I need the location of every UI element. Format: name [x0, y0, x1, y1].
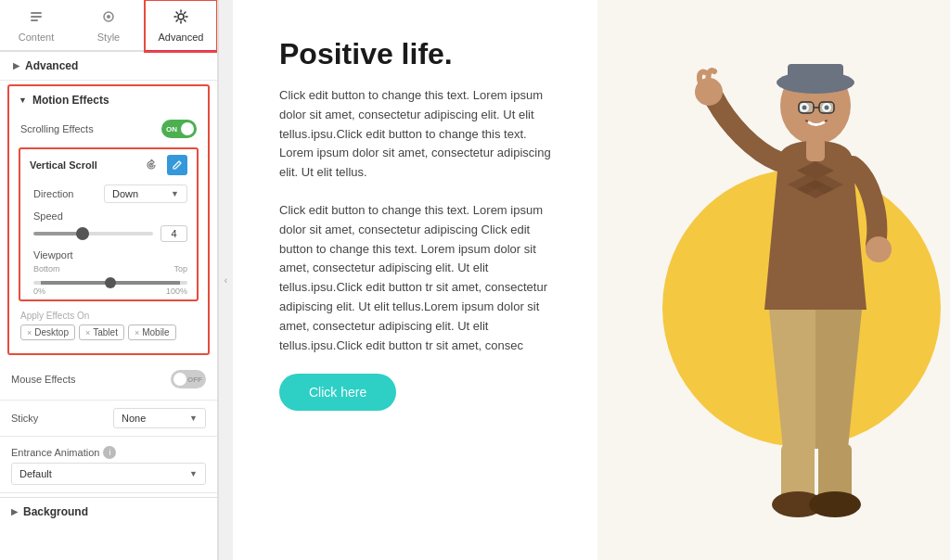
divider-2: [0, 400, 217, 401]
svg-point-4: [107, 15, 110, 19]
vertical-scroll-box: Vertical Scroll Direction: [19, 147, 199, 301]
click-here-button[interactable]: Click here: [279, 374, 396, 411]
viewport-row: Viewport Bottom Top 0% 100%: [20, 246, 197, 299]
right-content: ‹ Positive life. Click edit button to ch…: [218, 0, 950, 560]
image-panel: [597, 0, 950, 560]
entrance-anim-info-icon[interactable]: i: [103, 446, 116, 459]
main-content: Positive life. Click edit button to chan…: [233, 0, 597, 560]
motion-effects-header[interactable]: ▼ Motion Effects: [9, 86, 208, 114]
toggle-on-text: ON: [166, 125, 177, 134]
device-tag-tablet[interactable]: × Tablet: [79, 325, 124, 340]
viewport-label: Viewport: [33, 249, 187, 261]
tab-content-label: Content: [19, 32, 55, 43]
motion-effects-box: ▼ Motion Effects Scrolling Effects ON Ve…: [7, 84, 210, 355]
direction-row: Direction Down ▼: [20, 181, 197, 207]
collapse-handle[interactable]: ‹: [218, 0, 233, 560]
speed-slider[interactable]: [33, 232, 153, 235]
entrance-anim-select[interactable]: Default ▼: [11, 463, 206, 485]
divider-3: [0, 436, 217, 437]
viewport-bottom-label: Bottom: [33, 264, 60, 274]
edit-icon-btn[interactable]: [167, 155, 187, 175]
tablet-x-icon[interactable]: ×: [85, 328, 90, 337]
svg-point-21: [809, 491, 861, 517]
left-panel: Content Style Advanced ▶ Advanced: [0, 0, 218, 560]
desktop-x-icon[interactable]: ×: [27, 328, 32, 337]
entrance-anim-label: Entrance Animation: [11, 447, 99, 458]
collapse-arrow-icon: ‹: [225, 275, 227, 286]
advanced-arrow-icon: ▶: [13, 61, 19, 70]
vertical-scroll-label: Vertical Scroll: [30, 159, 97, 171]
speed-row: Speed 4: [20, 207, 197, 246]
viewport-pct-left: 0%: [33, 286, 45, 296]
svg-rect-2: [31, 19, 38, 21]
anim-chevron-icon: ▼: [189, 469, 198, 478]
mouse-effects-label: Mouse Effects: [11, 374, 76, 385]
entrance-animation-row: Entrance Animation i Default ▼: [0, 440, 217, 489]
mouse-effects-row: Mouse Effects OFF: [0, 363, 217, 396]
sticky-row: Sticky None ▼: [0, 404, 217, 432]
viewport-slider[interactable]: [33, 281, 187, 285]
sticky-label: Sticky: [11, 413, 38, 424]
svg-rect-1: [31, 16, 42, 18]
background-section: ▶ Background: [0, 497, 217, 526]
svg-rect-0: [31, 12, 42, 14]
content-icon: [29, 9, 44, 28]
svg-point-17: [866, 236, 892, 262]
divider-1: [0, 80, 217, 81]
content-paragraph-2: Click edit button to change this text. L…: [279, 201, 551, 355]
tab-advanced[interactable]: Advanced: [145, 0, 217, 52]
tab-content[interactable]: Content: [0, 0, 72, 52]
svg-rect-14: [819, 102, 834, 113]
background-header[interactable]: ▶ Background: [11, 505, 206, 518]
direction-label: Direction: [33, 188, 73, 199]
viewport-pct-right: 100%: [166, 286, 187, 296]
mouse-effects-toggle[interactable]: OFF: [171, 370, 206, 388]
vertical-scroll-header: Vertical Scroll: [20, 149, 197, 181]
desktop-label: Desktop: [34, 327, 69, 337]
tab-style[interactable]: Style: [72, 0, 145, 52]
style-icon: [101, 9, 116, 28]
svg-rect-22: [806, 138, 825, 161]
tab-advanced-label: Advanced: [159, 32, 204, 43]
scrolling-effects-label: Scrolling Effects: [20, 123, 94, 134]
speed-label: Speed: [33, 210, 187, 222]
entrance-anim-label-row: Entrance Animation i: [11, 446, 206, 459]
device-tags: × Desktop × Tablet × Mobile: [20, 325, 197, 340]
motion-effects-title-text: Motion Effects: [32, 94, 109, 107]
sticky-chevron-icon: ▼: [189, 414, 198, 423]
viewport-top-label: Top: [173, 264, 187, 274]
apply-effects-section: Apply Effects On × Desktop × Tablet × Mo…: [9, 305, 208, 344]
vs-icons: [141, 155, 187, 175]
apply-effects-label: Apply Effects On: [20, 311, 197, 321]
sticky-select[interactable]: None ▼: [113, 408, 206, 428]
advanced-section-label: Advanced: [25, 59, 78, 72]
content-paragraph-1: Click edit button to change this text. L…: [279, 86, 551, 183]
mobile-x-icon[interactable]: ×: [135, 328, 139, 337]
toggle-off-text: OFF: [187, 375, 202, 384]
sticky-value: None: [122, 413, 146, 424]
direction-chevron-icon: ▼: [171, 189, 179, 198]
advanced-section-header[interactable]: ▶ Advanced: [0, 52, 217, 76]
direction-select[interactable]: Down ▼: [104, 185, 187, 203]
speed-slider-row: 4: [33, 225, 187, 242]
motion-effects-arrow: ▼: [19, 95, 27, 105]
scrolling-effects-row: Scrolling Effects ON: [9, 114, 208, 144]
device-tag-mobile[interactable]: × Mobile: [128, 325, 176, 340]
entrance-anim-value: Default: [19, 468, 52, 479]
refresh-icon-btn[interactable]: [141, 155, 161, 175]
svg-rect-13: [799, 102, 814, 113]
device-tag-desktop[interactable]: × Desktop: [20, 325, 75, 340]
scrolling-effects-toggle[interactable]: ON: [161, 120, 197, 138]
advanced-icon: [173, 9, 188, 28]
tab-style-label: Style: [97, 32, 120, 43]
tabs-bar: Content Style Advanced: [0, 0, 217, 52]
svg-rect-8: [788, 64, 843, 84]
direction-value: Down: [112, 188, 138, 199]
speed-value: 4: [160, 225, 187, 242]
svg-point-5: [178, 14, 184, 19]
mobile-label: Mobile: [142, 327, 169, 337]
content-title: Positive life.: [279, 37, 551, 71]
background-label: Background: [23, 505, 88, 518]
person-illustration: [635, 32, 941, 560]
background-arrow-icon: ▶: [11, 507, 18, 516]
